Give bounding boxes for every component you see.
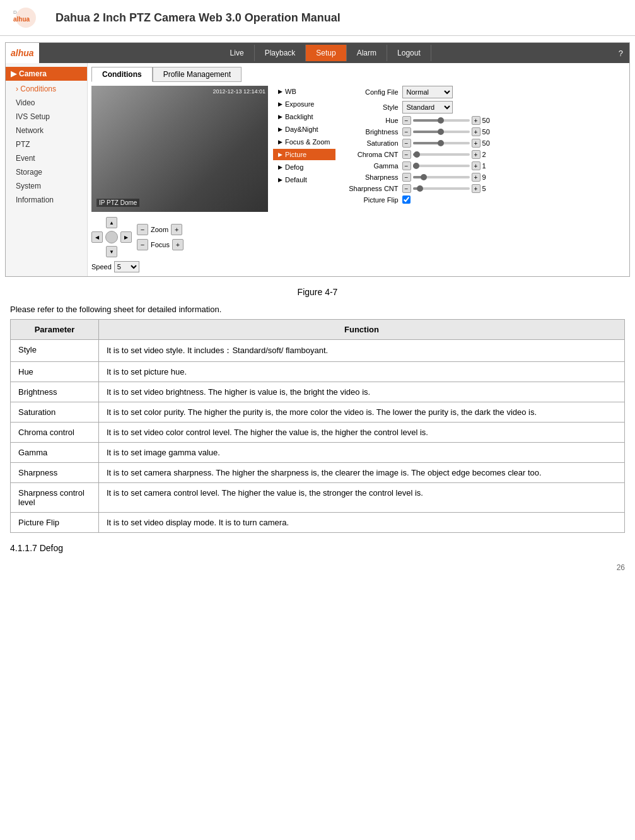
dpad-up-button[interactable]: ▲ [106, 217, 117, 228]
picture-flip-checkbox[interactable] [402, 195, 411, 204]
nav-tab-alarm[interactable]: Alarm [347, 45, 387, 61]
sharpness-slider-track [413, 176, 470, 178]
menu-item-wb[interactable]: ▶ WB [273, 86, 335, 97]
hue-slider-thumb[interactable] [438, 117, 444, 124]
doc-header: alhua D Dahua 2 Inch PTZ Camera Web 3.0 … [0, 0, 635, 36]
table-row: Sharpness It is to set camera sharpness.… [11, 463, 625, 483]
section-title: Defog [37, 543, 63, 553]
sidebar-system-label: System [16, 182, 41, 190]
brightness-plus-button[interactable]: + [472, 127, 481, 136]
brightness-minus-button[interactable]: − [402, 127, 411, 136]
help-icon[interactable]: ? [612, 45, 629, 62]
menu-default-arrow: ▶ [278, 177, 283, 183]
sharpness-label: Sharpness [339, 173, 402, 181]
tab-profile-management[interactable]: Profile Management [153, 67, 242, 82]
speed-select[interactable]: 5 [114, 261, 139, 272]
sidebar-item-system[interactable]: System [6, 179, 87, 193]
hue-label: Hue [339, 117, 402, 124]
menu-item-default[interactable]: ▶ Default [273, 174, 335, 185]
sidebar-item-conditions[interactable]: › Conditions [6, 82, 87, 96]
saturation-slider-thumb[interactable] [438, 140, 444, 146]
menu-item-exposure[interactable]: ▶ Exposure [273, 98, 335, 110]
gamma-slider-thumb[interactable] [413, 163, 419, 169]
menu-item-defog[interactable]: ▶ Defog [273, 161, 335, 173]
table-cell-function-picture-flip: It is to set video display mode. It is t… [99, 513, 625, 533]
gamma-slider-container: − + 1 [402, 161, 495, 170]
zoom-plus-button[interactable]: + [171, 224, 182, 235]
menu-item-focuszoom[interactable]: ▶ Focus & Zoom [273, 136, 335, 148]
menu-item-picture[interactable]: ▶ Picture [273, 149, 335, 160]
camera-label: IP PTZ Dome [96, 199, 139, 207]
chroma-cnt-slider-thumb[interactable] [414, 151, 420, 158]
chroma-cnt-minus-button[interactable]: − [402, 150, 411, 159]
sidebar-item-ptz[interactable]: PTZ [6, 137, 87, 151]
sharpness-minus-button[interactable]: − [402, 173, 411, 182]
table-header-parameter: Parameter [11, 320, 99, 340]
menu-daynight-arrow: ▶ [278, 126, 283, 132]
speed-label: Speed [91, 263, 112, 271]
gamma-plus-button[interactable]: + [472, 161, 481, 170]
sharpness-plus-button[interactable]: + [472, 173, 481, 182]
sidebar-item-event[interactable]: Event [6, 151, 87, 165]
camera-image-background [91, 86, 268, 212]
sidebar-network-label: Network [16, 126, 44, 135]
sidebar-item-camera[interactable]: ▶ Camera [6, 67, 87, 81]
nav-tab-setup[interactable]: Setup [306, 45, 346, 61]
saturation-plus-button[interactable]: + [472, 139, 481, 148]
table-row: Saturation It is to set color purity. Th… [11, 402, 625, 423]
svg-text:alhua: alhua [13, 16, 30, 23]
table-cell-function-hue: It is to set picture hue. [99, 362, 625, 382]
tab-conditions[interactable]: Conditions [91, 67, 153, 82]
logo-area: alhua D Dahua 2 Inch PTZ Camera Web 3.0 … [10, 5, 341, 30]
style-select[interactable]: Standard [402, 101, 453, 114]
zoom-minus-button[interactable]: − [137, 224, 148, 235]
page-number: 26 [0, 558, 635, 577]
hue-plus-button[interactable]: + [472, 116, 481, 125]
sidebar-item-information[interactable]: Information [6, 193, 87, 207]
table-cell-param-chroma-control: Chroma control [11, 423, 99, 443]
sidebar-item-ivs-setup[interactable]: IVS Setup [6, 110, 87, 124]
menu-backlight-label: Backlight [285, 113, 313, 120]
chroma-cnt-plus-button[interactable]: + [472, 150, 481, 159]
focus-minus-button[interactable]: − [137, 239, 148, 250]
sharpness-cnt-minus-button[interactable]: − [402, 184, 411, 193]
hue-slider-container: − + 50 [402, 116, 495, 125]
brightness-slider-thumb[interactable] [438, 129, 444, 135]
saturation-slider-track [413, 142, 470, 144]
dpad-down-button[interactable]: ▼ [106, 246, 117, 257]
focus-row: − Focus + [137, 239, 184, 250]
nav-tab-live[interactable]: Live [220, 45, 255, 61]
style-row: Style Standard [339, 101, 626, 114]
sidebar-item-network[interactable]: Network [6, 124, 87, 137]
sidebar-item-video[interactable]: Video [6, 96, 87, 110]
dpad-right-button[interactable]: ▶ [120, 231, 132, 243]
sharpness-cnt-label: Sharpness CNT [339, 185, 402, 192]
menu-item-daynight[interactable]: ▶ Day&Night [273, 124, 335, 135]
saturation-minus-button[interactable]: − [402, 139, 411, 148]
menu-defog-label: Defog [285, 163, 303, 171]
nav-tab-playback[interactable]: Playback [255, 45, 306, 61]
focus-label: Focus [151, 241, 170, 248]
sidebar-item-storage[interactable]: Storage [6, 165, 87, 179]
brightness-label: Brightness [339, 128, 402, 136]
camera-preview: 2012-12-13 12:14:01 IP PTZ Dome ▲ ▼ ◀ ▶ [91, 86, 268, 272]
speed-row: Speed 5 [91, 261, 268, 272]
dpad-left-button[interactable]: ◀ [91, 231, 103, 243]
table-cell-function-gamma: It is to set image gamma value. [99, 443, 625, 463]
sharpness-cnt-value: 5 [482, 185, 495, 192]
gamma-minus-button[interactable]: − [402, 161, 411, 170]
sharpness-cnt-slider-thumb[interactable] [417, 185, 423, 192]
nav-tabs[interactable]: Live Playback Setup Alarm Logout [220, 45, 431, 61]
sidebar-conditions-label: Conditions [20, 85, 56, 93]
section-number: 4.1.1.7 [10, 543, 37, 553]
table-header-row: Parameter Function [11, 320, 625, 340]
sharpness-cnt-plus-button[interactable]: + [472, 184, 481, 193]
sharpness-slider-thumb[interactable] [421, 174, 427, 180]
menu-focuszoom-label: Focus & Zoom [285, 138, 330, 146]
focus-plus-button[interactable]: + [172, 239, 184, 250]
menu-item-backlight[interactable]: ▶ Backlight [273, 111, 335, 122]
hue-minus-button[interactable]: − [402, 116, 411, 125]
nav-tab-logout[interactable]: Logout [387, 45, 431, 61]
brand-logo: alhua [11, 48, 34, 58]
config-file-select[interactable]: Normal [402, 86, 453, 98]
